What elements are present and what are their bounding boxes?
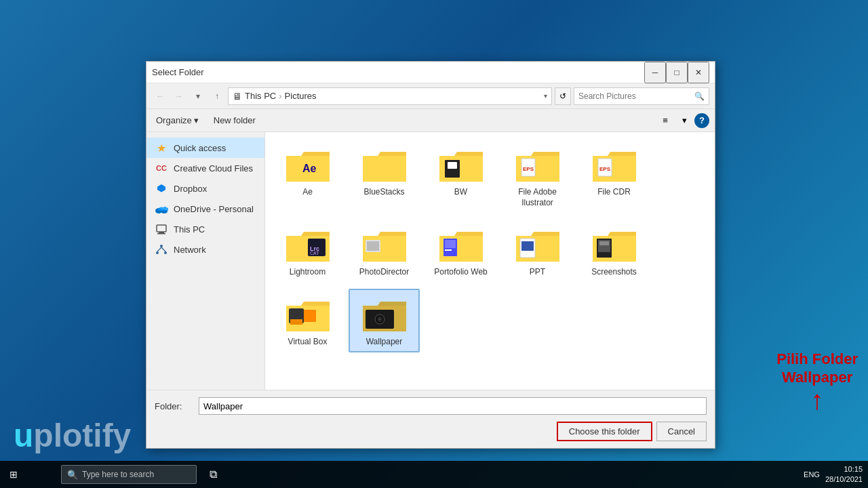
folder-ppt[interactable]: PPT [502, 219, 573, 283]
svg-rect-42 [445, 240, 456, 248]
this-pc-icon [155, 222, 168, 236]
svg-text:EPS: EPS [523, 166, 534, 172]
forward-button[interactable]: → [171, 88, 187, 104]
address-sep1: › [279, 91, 281, 101]
sidebar-label-creative-cloud: Creative Cloud Files [174, 163, 253, 174]
watermark-rest: plotify [33, 418, 131, 453]
folder-screenshots-label: Screenshots [591, 267, 637, 278]
sidebar-item-onedrive[interactable]: OneDrive - Personal [146, 199, 264, 219]
sidebar-label-this-pc: This PC [174, 224, 205, 235]
taskbar-search[interactable]: 🔍 [61, 465, 197, 484]
folder-ae-icon: Ae [283, 144, 332, 185]
folder-bluestacks-icon [360, 144, 409, 185]
address-bar[interactable]: 🖥 This PC › Pictures ▾ [228, 87, 552, 105]
search-input[interactable] [578, 92, 694, 101]
svg-rect-21 [448, 162, 457, 169]
folder-lightroom-icon: Lrc CAT [283, 224, 332, 265]
title-controls: ─ □ ✕ [644, 62, 709, 83]
svg-point-9 [156, 251, 159, 254]
creative-cloud-icon: CC [155, 161, 168, 175]
sidebar-item-creative-cloud[interactable]: CC Creative Cloud Files [146, 158, 264, 178]
up-button[interactable]: ↑ [209, 88, 225, 104]
organize-label: Organize [156, 115, 192, 125]
title-bar: Select Folder ─ □ ✕ [146, 62, 715, 83]
help-button[interactable]: ? [694, 113, 709, 128]
taskbar-search-input[interactable] [82, 470, 191, 479]
desktop: ⊞ 🔍 ⧉ ENG 10:15 28/10/2021 uplotify Sele… [0, 0, 868, 488]
sidebar-item-network[interactable]: Network [146, 239, 264, 260]
svg-point-10 [164, 251, 167, 254]
address-root: This PC [245, 91, 276, 101]
svg-rect-56 [304, 310, 316, 322]
folder-bluestacks-label: BlueStacks [363, 187, 404, 198]
folder-photodirector-label: PhotoDirector [359, 267, 409, 278]
view-list-button[interactable]: ≡ [656, 112, 674, 129]
watermark: uplotify [14, 417, 131, 454]
dialog-title: Select Folder [152, 67, 644, 77]
organize-button[interactable]: Organize ▾ [152, 113, 203, 128]
action-buttons: Choose this folder Cancel [155, 422, 707, 441]
folder-screenshots[interactable]: Screenshots [578, 219, 650, 283]
folder-file-cdr-label: File CDR [597, 187, 631, 198]
folder-bw-label: BW [454, 187, 467, 198]
folder-file-adobe[interactable]: EPS File Adobe Ilustrator [502, 139, 573, 214]
svg-point-63 [378, 318, 381, 321]
language-indicator: ENG [804, 470, 820, 479]
svg-line-11 [157, 247, 161, 251]
back-button[interactable]: ← [152, 88, 168, 104]
navigation-toolbar: ← → ▾ ↑ 🖥 This PC › Pictures ▾ ↺ 🔍 [146, 83, 715, 109]
svg-text:CAT: CAT [310, 251, 319, 256]
folder-name-input[interactable] [199, 397, 707, 415]
view-buttons: ≡ ▾ ? [656, 112, 709, 129]
choose-this-folder-button[interactable]: Choose this folder [557, 422, 652, 441]
folder-wallpaper[interactable]: Wallpaper [349, 289, 420, 353]
folder-virtual-box[interactable]: Virtual Box [272, 289, 343, 353]
folder-bluestacks[interactable]: BlueStacks [349, 139, 420, 214]
taskbar: ⊞ 🔍 ⧉ ENG 10:15 28/10/2021 [0, 461, 868, 488]
sidebar-item-this-pc[interactable]: This PC [146, 219, 264, 239]
sidebar: ★ Quick access CC Creative Cloud Files D… [146, 132, 265, 390]
folder-wallpaper-label: Wallpaper [366, 337, 403, 348]
annotation-line1: Pilih Folder [776, 350, 858, 368]
annotation-arrow: ↑ [810, 386, 824, 413]
folder-file-cdr[interactable]: EPS File CDR [578, 139, 650, 214]
start-button[interactable]: ⊞ [0, 461, 27, 488]
svg-rect-57 [290, 319, 302, 325]
organize-dropdown-icon: ▾ [194, 115, 199, 125]
sidebar-item-quick-access[interactable]: ★ Quick access [146, 138, 264, 158]
dropbox-icon [155, 182, 168, 195]
maximize-button[interactable]: □ [666, 62, 688, 83]
svg-point-8 [160, 245, 163, 247]
folder-ppt-icon [513, 224, 562, 265]
folder-ae[interactable]: Ae Ae [272, 139, 343, 214]
folder-bw[interactable]: BW [425, 139, 496, 214]
refresh-button[interactable]: ↺ [555, 87, 571, 105]
sidebar-item-dropbox[interactable]: Dropbox [146, 178, 264, 199]
minimize-button[interactable]: ─ [644, 62, 666, 83]
sidebar-label-onedrive: OneDrive - Personal [174, 204, 254, 214]
dropdown-button[interactable]: ▾ [190, 88, 206, 104]
folder-photodirector[interactable]: PhotoDirector [349, 219, 420, 283]
svg-rect-38 [367, 241, 379, 251]
address-current: Pictures [285, 91, 317, 101]
select-folder-dialog: Select Folder ─ □ ✕ ← → ▾ ↑ 🖥 This PC › … [146, 61, 715, 449]
new-folder-button[interactable]: New folder [208, 113, 261, 128]
view-dropdown-button[interactable]: ▾ [675, 112, 693, 129]
folder-wallpaper-icon [360, 294, 409, 335]
address-dropdown-icon[interactable]: ▾ [544, 92, 547, 100]
close-button[interactable]: ✕ [688, 62, 709, 83]
search-box[interactable]: 🔍 [574, 87, 709, 105]
folder-photodirector-icon [360, 224, 409, 265]
folder-lightroom[interactable]: Lrc CAT Lightroom [272, 219, 343, 283]
search-box-icon: 🔍 [694, 92, 705, 101]
svg-rect-47 [521, 241, 534, 251]
annotation-text: Pilih Folder Wallpaper [776, 350, 858, 386]
folder-lightroom-label: Lightroom [290, 267, 326, 278]
sidebar-label-dropbox: Dropbox [174, 184, 207, 194]
svg-line-12 [161, 247, 165, 251]
task-view-button[interactable]: ⧉ [199, 461, 226, 488]
annotation-line2: Wallpaper [776, 369, 858, 386]
onedrive-icon [155, 202, 168, 216]
folder-portofolio-web[interactable]: Portofolio Web [425, 219, 496, 283]
cancel-button[interactable]: Cancel [656, 422, 707, 441]
